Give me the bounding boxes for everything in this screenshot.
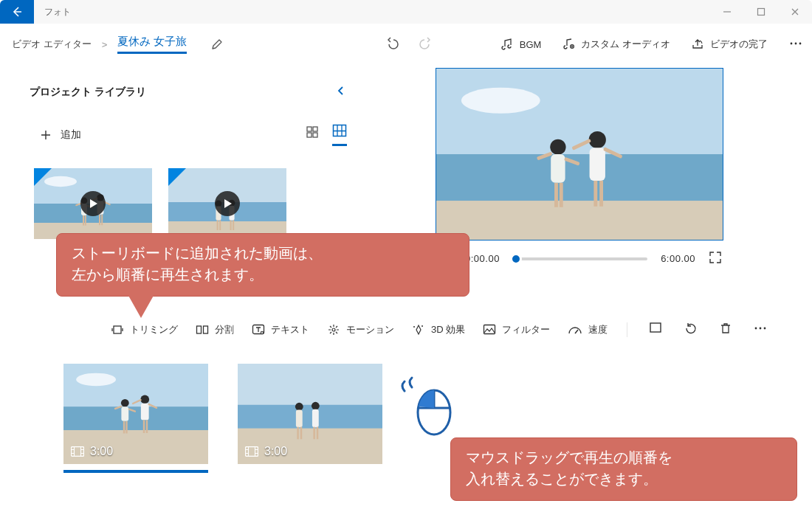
more-icon [753,322,768,335]
window-minimize-button[interactable] [710,0,744,24]
text-button[interactable]: テキスト [252,323,309,336]
window-close-button[interactable] [778,0,812,24]
titlebar: フォト [0,0,812,24]
bgm-button[interactable]: BGM [500,38,542,51]
motion-label: モーション [346,323,394,336]
3d-effects-button[interactable]: 3D 効果 [412,323,465,336]
app-title: フォト [34,6,71,18]
overflow-top-button[interactable] [788,37,803,52]
rotate-icon [684,322,698,335]
view-large-grid-button[interactable] [332,124,347,146]
custom-audio-icon [562,38,575,51]
bgm-label: BGM [520,39,542,50]
svg-rect-43 [307,133,312,137]
arrow-left-icon [11,6,23,18]
svg-point-39 [795,42,797,44]
breadcrumb-root[interactable]: ビデオ エディター [12,38,92,51]
svg-rect-41 [307,127,312,131]
rotate-button[interactable] [682,322,700,337]
top-actions: BGM カスタム オーディオ ビデオの完了 [384,37,803,52]
motion-button[interactable]: モーション [327,323,394,336]
clip-duration: 3:00 [264,445,287,458]
mouse-icon [399,373,458,439]
toolstrip-divider [627,322,627,337]
custom-audio-button[interactable]: カスタム オーディオ [562,38,670,51]
callout1-line2: 左から順番に再生されます。 [72,264,454,286]
undo-icon [384,37,399,50]
svg-rect-44 [313,133,317,137]
film-icon [71,446,84,457]
fullscreen-icon [709,251,722,264]
rename-project-button[interactable] [210,38,224,51]
delete-button[interactable] [718,322,734,337]
split-button[interactable]: 分割 [196,323,234,336]
svg-point-58 [764,328,766,330]
maximize-icon [757,7,765,16]
play-overlay-icon [80,191,106,216]
project-title[interactable]: 夏休み 女子旅 [117,35,187,54]
plus-icon [40,129,52,141]
filter-button[interactable]: フィルター [483,323,550,336]
film-icon [245,446,258,457]
clip-duration: 3:00 [90,445,113,458]
preview-frame[interactable] [436,68,723,240]
breadcrumb: ビデオ エディター > 夏休み 女子旅 [12,35,224,54]
tutorial-callout-2: マウスドラッグで再生の順番を 入れ替えることができます。 [450,437,797,501]
video-badge-icon [34,168,52,186]
redo-button[interactable] [419,37,434,52]
finish-video-button[interactable]: ビデオの完了 [691,38,768,51]
svg-point-52 [422,325,423,327]
svg-point-53 [413,326,415,328]
resize-button[interactable] [647,322,664,337]
grid-large-icon [332,124,347,137]
filter-icon [483,324,496,336]
pencil-icon [210,38,224,51]
tutorial-callout-1: ストーリボードに追加された動画は、 左から順番に再生されます。 [56,233,469,297]
redo-icon [419,37,434,50]
svg-point-56 [755,328,757,330]
text-label: テキスト [271,323,309,336]
window-maximize-button[interactable] [744,0,778,24]
player-controls: 0:00.00 6:00.00 [436,240,723,266]
collapse-library-button[interactable] [337,86,348,99]
video-badge-icon [168,168,186,186]
speed-icon [568,324,582,336]
grid-small-icon [306,125,319,139]
svg-rect-54 [484,325,495,333]
storyboard-clip[interactable]: 3:00 [63,364,208,464]
storyboard-clip[interactable]: 3:00 [238,364,382,464]
player-seek-slider[interactable] [513,257,647,260]
speed-label: 速度 [588,323,608,336]
toolstrip: トリミング 分割 テキスト モーション 3D 効果 [0,308,812,346]
callout2-line2: 入れ替えることができます。 [466,468,782,490]
overflow-tools-button[interactable] [751,322,769,337]
project-library-title: プロジェクト ライブラリ [30,86,146,99]
3d-effects-label: 3D 効果 [431,323,465,336]
add-media-label: 追加 [61,128,81,142]
split-label: 分割 [215,323,234,336]
fullscreen-button[interactable] [709,251,722,266]
callout1-line1: ストーリボードに追加された動画は、 [72,243,454,264]
trim-button[interactable]: トリミング [111,323,178,336]
view-small-grid-button[interactable] [306,125,319,145]
library-item[interactable] [168,168,286,239]
svg-rect-36 [758,9,765,15]
more-icon [788,37,803,50]
speed-button[interactable]: 速度 [568,323,608,336]
svg-rect-42 [313,127,317,131]
seek-knob-icon [510,253,522,265]
sparkle-icon [412,323,425,336]
svg-point-38 [791,42,793,44]
callout2-line1: マウスドラッグで再生の順番を [466,447,782,468]
back-button[interactable] [0,0,34,24]
svg-rect-46 [114,326,121,333]
svg-rect-48 [204,326,208,333]
music-icon [500,38,514,51]
svg-point-40 [799,42,802,44]
undo-button[interactable] [384,37,399,52]
trim-icon [111,324,124,336]
add-media-button[interactable]: 追加 [40,128,81,142]
library-item[interactable] [34,168,152,239]
finish-video-label: ビデオの完了 [710,38,768,51]
trim-label: トリミング [130,323,178,336]
